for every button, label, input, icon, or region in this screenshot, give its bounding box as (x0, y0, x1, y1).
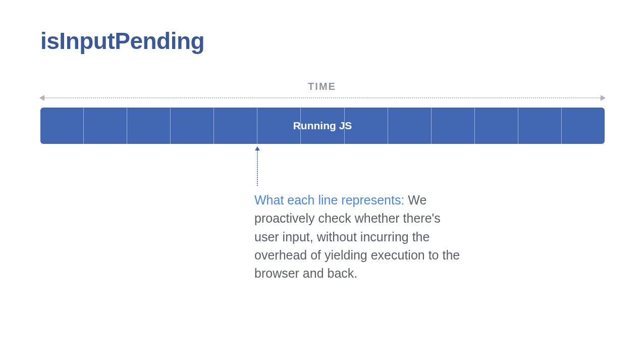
time-axis (40, 95, 605, 101)
slide: isInputPending TIME Running JS What each… (0, 0, 644, 362)
arrow-right-icon (601, 95, 606, 101)
arrow-left-icon (39, 95, 44, 101)
time-axis-label: TIME (0, 81, 644, 92)
slide-title: isInputPending (40, 27, 204, 55)
callout-vertical-line (257, 150, 258, 186)
bar-label: Running JS (40, 108, 605, 144)
annotation-text: What each line represents: We proactivel… (254, 191, 466, 282)
arrow-up-icon (255, 146, 260, 150)
time-axis-line (44, 97, 601, 98)
running-js-bar: Running JS (40, 108, 605, 144)
running-js-bar-wrap: Running JS (40, 108, 605, 144)
annotation-heading: What each line represents: (254, 193, 404, 207)
callout-pointer (254, 146, 260, 186)
